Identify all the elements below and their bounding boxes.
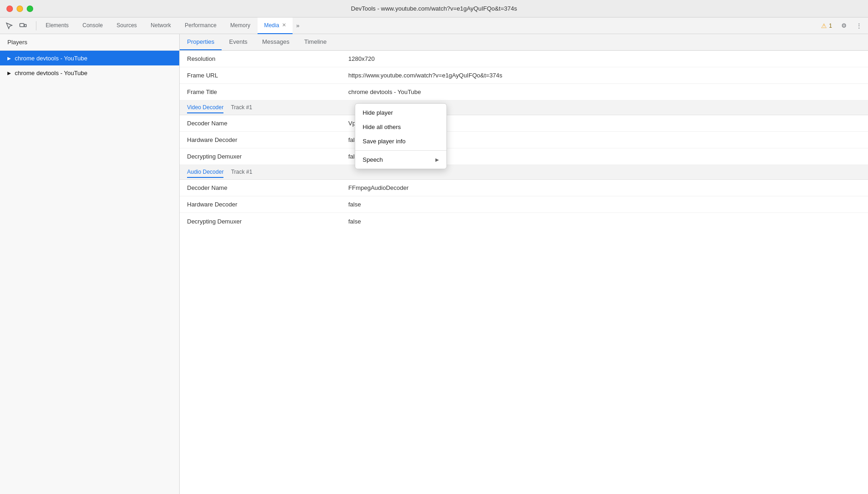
subtab-timeline[interactable]: Timeline <box>297 34 334 50</box>
video-decoder-name-key: Decoder Name <box>180 117 341 129</box>
section-tab-audio-track[interactable]: Track #1 <box>231 167 252 178</box>
tab-memory[interactable]: Memory <box>224 18 257 34</box>
main-panel: Properties Events Messages Timeline Reso… <box>180 34 868 494</box>
video-decrypting-demuxer-row: Decrypting Demuxer false <box>180 148 868 165</box>
properties-content: Resolution 1280x720 Frame URL https://ww… <box>180 51 868 494</box>
section-tab-audio-decoder[interactable]: Audio Decoder <box>187 167 223 178</box>
subtab-events[interactable]: Events <box>222 34 255 50</box>
prop-value-frame-url: https://www.youtube.com/watch?v=e1gAyQuI… <box>341 69 868 82</box>
video-decoder-name-row: Decoder Name VpxVideoDecoder <box>180 115 868 132</box>
prop-key-resolution: Resolution <box>180 53 341 65</box>
tab-console[interactable]: Console <box>76 18 109 34</box>
toolbar-divider <box>36 21 36 30</box>
tab-media[interactable]: Media ✕ <box>258 18 293 34</box>
main-content: Players ▶ chrome devtools - YouTube ▶ ch… <box>0 34 868 494</box>
player-arrow-1: ▶ <box>6 54 13 62</box>
video-hardware-decoder-key: Hardware Decoder <box>180 134 341 146</box>
audio-hardware-decoder-row: Hardware Decoder false <box>180 196 868 213</box>
video-hardware-decoder-row: Hardware Decoder false <box>180 132 868 148</box>
audio-hardware-decoder-value: false <box>341 198 868 211</box>
audio-decoder-name-key: Decoder Name <box>180 182 341 194</box>
prop-key-frame-url: Frame URL <box>180 69 341 82</box>
close-button[interactable] <box>6 6 13 12</box>
section-tab-video-decoder[interactable]: Video Decoder <box>187 102 223 113</box>
player-item-1[interactable]: ▶ chrome devtools - YouTube <box>0 51 179 65</box>
property-row-frame-title: Frame Title chrome devtools - YouTube <box>180 84 868 100</box>
prop-value-resolution: 1280x720 <box>341 53 868 65</box>
window-title: DevTools - www.youtube.com/watch?v=e1gAy… <box>351 5 517 12</box>
sub-tabs: Properties Events Messages Timeline <box>180 34 868 51</box>
video-decoder-section-header: Video Decoder Track #1 <box>180 100 868 115</box>
context-menu-hide-all-others[interactable]: Hide all others <box>355 120 446 134</box>
device-toolbar-button[interactable] <box>17 19 29 32</box>
property-row-resolution: Resolution 1280x720 <box>180 51 868 67</box>
devtools-window: Elements Console Sources Network Perform… <box>0 18 868 494</box>
audio-decrypting-demuxer-row: Decrypting Demuxer false <box>180 213 868 229</box>
more-tabs-button[interactable]: » <box>293 22 302 29</box>
context-menu-divider <box>355 150 446 151</box>
svg-rect-1 <box>24 24 26 27</box>
audio-hardware-decoder-key: Hardware Decoder <box>180 198 341 211</box>
more-options-button[interactable]: ⋮ <box>852 19 865 32</box>
audio-decoder-section-header: Audio Decoder Track #1 <box>180 165 868 180</box>
settings-button[interactable]: ⚙ <box>838 19 850 32</box>
audio-decrypting-demuxer-key: Decrypting Demuxer <box>180 215 341 228</box>
traffic-lights <box>6 6 33 12</box>
warning-icon: ⚠ <box>821 22 827 29</box>
sidebar-header: Players <box>0 34 179 51</box>
title-bar: DevTools - www.youtube.com/watch?v=e1gAy… <box>0 0 868 18</box>
submenu-arrow-icon: ▶ <box>435 157 439 162</box>
tab-media-close[interactable]: ✕ <box>282 22 286 28</box>
audio-decoder-name-row: Decoder Name FFmpegAudioDecoder <box>180 180 868 196</box>
audio-decrypting-demuxer-value: false <box>341 215 868 228</box>
video-decrypting-demuxer-key: Decrypting Demuxer <box>180 150 341 163</box>
audio-decoder-name-value: FFmpegAudioDecoder <box>341 182 868 194</box>
maximize-button[interactable] <box>27 6 33 12</box>
context-menu: Hide player Hide all others Save player … <box>355 103 447 169</box>
property-row-frame-url: Frame URL https://www.youtube.com/watch?… <box>180 67 868 84</box>
inspect-element-button[interactable] <box>3 19 16 32</box>
tab-performance[interactable]: Performance <box>178 18 223 34</box>
player-arrow-2: ▶ <box>6 69 13 76</box>
toolbar-right-group: ⚠ 1 ⚙ ⋮ <box>817 19 865 32</box>
context-menu-speech[interactable]: Speech ▶ <box>355 153 446 167</box>
subtab-properties[interactable]: Properties <box>180 34 222 50</box>
player-item-2[interactable]: ▶ chrome devtools - YouTube <box>0 65 179 80</box>
subtab-messages[interactable]: Messages <box>255 34 297 50</box>
main-toolbar: Elements Console Sources Network Perform… <box>0 18 868 34</box>
toolbar-icon-group <box>3 19 29 32</box>
warning-badge[interactable]: ⚠ 1 <box>817 20 836 31</box>
section-tab-video-track[interactable]: Track #1 <box>231 102 252 113</box>
sidebar: Players ▶ chrome devtools - YouTube ▶ ch… <box>0 34 180 494</box>
prop-key-frame-title: Frame Title <box>180 86 341 98</box>
prop-value-frame-title: chrome devtools - YouTube <box>341 86 868 98</box>
context-menu-hide-player[interactable]: Hide player <box>355 106 446 120</box>
svg-rect-0 <box>20 24 24 27</box>
tab-sources[interactable]: Sources <box>110 18 143 34</box>
tab-network[interactable]: Network <box>144 18 177 34</box>
minimize-button[interactable] <box>17 6 23 12</box>
context-menu-save-player-info[interactable]: Save player info <box>355 134 446 148</box>
tab-elements[interactable]: Elements <box>39 18 75 34</box>
